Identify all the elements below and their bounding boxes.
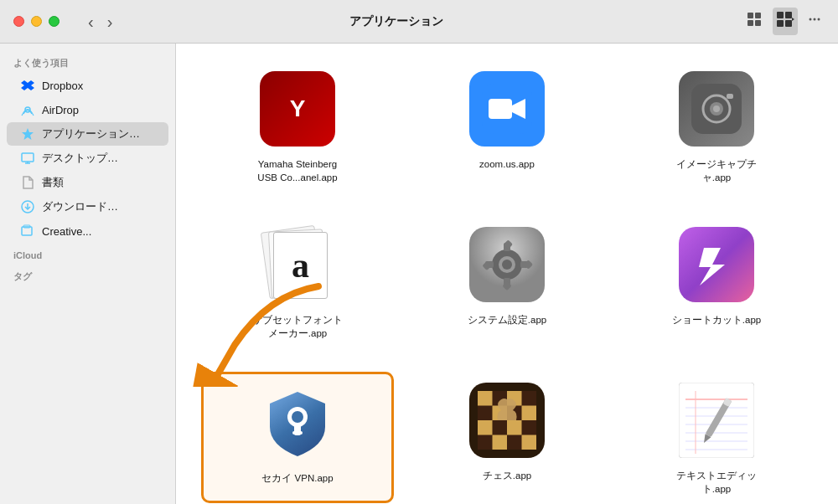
file-item-fontmaker[interactable]: a サブセットフォントメーカー.app xyxy=(201,216,394,347)
svg-rect-2 xyxy=(747,20,753,26)
sidebar-item-desktop[interactable]: デスクトップ… xyxy=(7,147,168,170)
syspref-label: システム設定.app xyxy=(468,313,546,327)
svg-rect-6 xyxy=(777,20,784,27)
window-title: アプリケーション xyxy=(60,14,732,29)
airdrop-icon xyxy=(20,102,35,117)
svg-rect-46 xyxy=(478,391,493,406)
svg-point-10 xyxy=(818,18,820,21)
sidebar-section-icloud: iCloud xyxy=(0,244,175,264)
shortcuts-label: ショートカット.app xyxy=(672,313,761,327)
creative-label: Creative... xyxy=(42,225,91,238)
yamaha-label: Yamaha SteinbergUSB Co...anel.app xyxy=(257,157,337,184)
file-item-syspref[interactable]: システム設定.app xyxy=(411,216,603,347)
file-item-yamaha[interactable]: Y Yamaha SteinbergUSB Co...anel.app xyxy=(201,60,394,191)
svg-rect-12 xyxy=(22,153,34,162)
dropbox-icon xyxy=(20,78,35,93)
dropbox-label: Dropbox xyxy=(42,80,83,92)
svg-rect-51 xyxy=(507,420,522,435)
chess-label: チェス.app xyxy=(483,469,531,482)
apps-label: アプリケーション… xyxy=(42,126,140,141)
zoom-label: zoom.us.app xyxy=(479,157,535,171)
chess-icon xyxy=(465,378,549,462)
file-item-shortcuts[interactable]: ショートカット.app xyxy=(620,216,813,347)
imagecap-icon xyxy=(675,67,758,151)
maximize-button[interactable] xyxy=(49,16,59,27)
sidebar-section-favorites: よく使う項目 xyxy=(0,50,175,73)
svg-point-9 xyxy=(814,18,816,21)
svg-rect-4 xyxy=(777,12,784,18)
sidebar-item-dropbox[interactable]: Dropbox xyxy=(7,74,168,97)
fontmaker-label: サブセットフォントメーカー.app xyxy=(252,313,343,340)
vpn-icon xyxy=(256,381,339,465)
file-item-vpn[interactable]: セカイ VPN.app xyxy=(201,372,394,502)
sidebar-item-creative[interactable]: Creative... xyxy=(7,219,168,243)
svg-rect-52 xyxy=(493,435,508,450)
svg-rect-50 xyxy=(478,420,493,435)
file-item-chess[interactable]: チェス.app xyxy=(411,372,603,502)
fontmaker-icon: a xyxy=(256,223,339,306)
svg-rect-0 xyxy=(747,13,753,18)
close-button[interactable] xyxy=(13,16,24,27)
main-content: よく使う項目 Dropbox AirDrop xyxy=(0,44,838,504)
sidebar-item-downloads[interactable]: ダウンロード… xyxy=(7,195,168,219)
svg-point-41 xyxy=(292,411,303,423)
sidebar: よく使う項目 Dropbox AirDrop xyxy=(0,44,176,504)
svg-point-8 xyxy=(810,18,812,21)
svg-rect-1 xyxy=(755,13,761,18)
textedit-icon xyxy=(675,378,758,462)
view-controls xyxy=(742,8,825,35)
downloads-icon xyxy=(20,199,35,214)
desktop-icon xyxy=(20,151,35,166)
traffic-lights xyxy=(13,16,59,27)
syspref-icon xyxy=(465,223,549,306)
desktop-label: デスクトップ… xyxy=(42,151,118,166)
zoom-icon xyxy=(465,67,549,151)
file-item-imagecap[interactable]: イメージキャプチャ.app xyxy=(620,60,813,191)
yamaha-icon: Y xyxy=(256,67,339,151)
imagecap-label: イメージキャプチャ.app xyxy=(666,157,767,184)
airdrop-label: AirDrop xyxy=(42,104,79,116)
svg-rect-7 xyxy=(785,20,792,27)
gallery-view-button[interactable] xyxy=(773,8,798,35)
documents-label: 書類 xyxy=(42,175,64,190)
svg-rect-3 xyxy=(755,20,761,26)
documents-icon xyxy=(20,175,35,190)
minimize-button[interactable] xyxy=(31,16,42,27)
file-grid: Y Yamaha SteinbergUSB Co...anel.app zoom… xyxy=(176,44,838,504)
shortcuts-icon xyxy=(675,223,758,306)
svg-rect-43 xyxy=(292,431,303,435)
more-options-button[interactable] xyxy=(804,9,825,33)
apps-icon xyxy=(20,126,35,141)
svg-rect-49 xyxy=(522,406,537,421)
svg-point-30 xyxy=(502,260,512,270)
svg-rect-21 xyxy=(489,99,512,119)
file-item-zoom[interactable]: zoom.us.app xyxy=(411,60,603,191)
svg-rect-5 xyxy=(785,12,792,18)
icon-view-button[interactable] xyxy=(742,8,766,35)
sidebar-section-tags: タグ xyxy=(0,264,175,286)
svg-point-25 xyxy=(713,105,720,112)
sidebar-item-documents[interactable]: 書類 xyxy=(7,171,168,194)
downloads-label: ダウンロード… xyxy=(42,199,118,214)
vpn-label: セカイ VPN.app xyxy=(261,471,333,485)
title-bar: ‹ › アプリケーション xyxy=(0,0,838,44)
creative-icon xyxy=(20,224,35,239)
sidebar-item-apps[interactable]: アプリケーション… xyxy=(7,122,168,146)
svg-rect-53 xyxy=(522,435,537,450)
file-item-textedit[interactable]: テキストエディット.app xyxy=(620,372,813,502)
textedit-label: テキストエディット.app xyxy=(666,469,767,496)
sidebar-item-airdrop[interactable]: AirDrop xyxy=(7,98,168,121)
svg-rect-26 xyxy=(727,94,733,99)
